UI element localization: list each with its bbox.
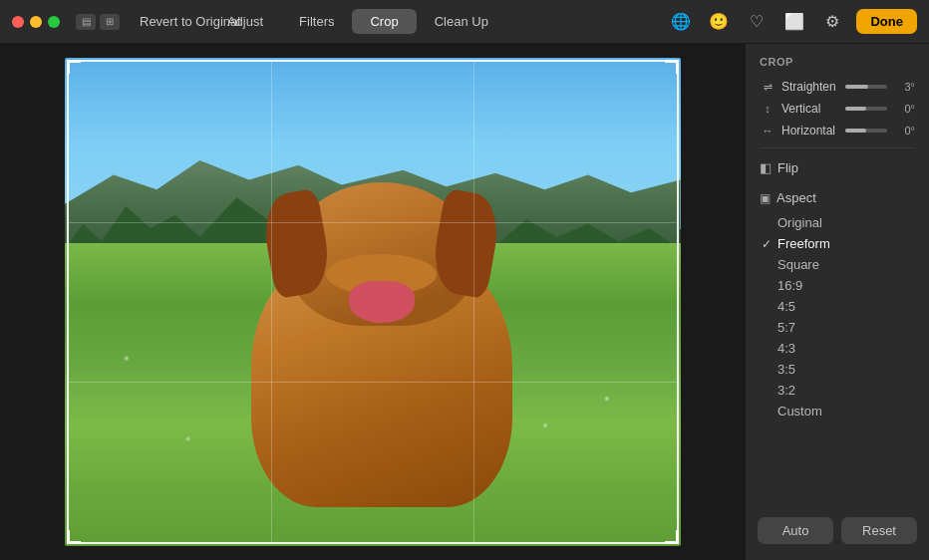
globe-icon[interactable]: 🌐	[667, 8, 695, 36]
aspect-item-4-3[interactable]: 4:3	[746, 338, 929, 359]
tab-cleanup[interactable]: Clean Up	[417, 9, 506, 34]
vertical-icon: ↕	[760, 103, 775, 115]
titlebar: ▤ ⊞ Revert to Original Adjust Filters Cr…	[0, 0, 929, 44]
photo	[65, 58, 681, 546]
vertical-track[interactable]	[845, 107, 887, 111]
right-panel: CROP ⇌ Straighten 3° ↕ Vertical 0° ↔ Hor…	[745, 44, 929, 560]
titlebar-right: 🌐 🙂 ♡ ⬜ ⚙ Done	[667, 8, 917, 36]
straighten-label: Straighten	[781, 80, 839, 94]
tab-adjust[interactable]: Adjust	[209, 9, 281, 34]
aspect-title: Aspect	[776, 190, 816, 205]
aspect-header[interactable]: ▣ Aspect	[746, 185, 929, 210]
view-toggle[interactable]: ⊞	[100, 14, 120, 30]
aspect-icon: ▣	[760, 191, 771, 205]
horizontal-label: Horizontal	[781, 124, 839, 138]
done-button[interactable]: Done	[856, 9, 917, 34]
horizontal-row: ↔ Horizontal 0°	[746, 120, 929, 141]
aspect-item-4-5[interactable]: 4:5	[746, 296, 929, 317]
checkmark-icon: ✓	[762, 237, 772, 251]
aspect-item-3-5[interactable]: 3:5	[746, 359, 929, 380]
tab-filters[interactable]: Filters	[281, 9, 352, 34]
straighten-value: 3°	[893, 81, 915, 93]
aspect-item-freeform[interactable]: ✓ Freeform	[746, 233, 929, 254]
horizontal-value: 0°	[893, 125, 915, 137]
dog-silhouette	[218, 165, 545, 507]
flip-label: Flip	[777, 160, 798, 175]
sidebar-toggle[interactable]: ▤	[76, 14, 96, 30]
panel-bottom: Auto Reset	[746, 509, 929, 550]
vertical-row: ↕ Vertical 0°	[746, 98, 929, 120]
emoji-icon[interactable]: 🙂	[705, 8, 733, 36]
traffic-lights	[12, 16, 60, 28]
aspect-item-3-2[interactable]: 3:2	[746, 380, 929, 401]
auto-button[interactable]: Auto	[758, 517, 833, 544]
aspect-item-16-9[interactable]: 16:9	[746, 275, 929, 296]
maximize-button[interactable]	[48, 16, 60, 28]
flip-icon: ◧	[760, 160, 772, 175]
photo-container	[65, 58, 681, 546]
straighten-row: ⇌ Straighten 3°	[746, 76, 929, 98]
nav-tabs: Adjust Filters Crop Clean Up	[209, 9, 506, 34]
vertical-value: 0°	[893, 103, 915, 115]
aspect-section: ▣ Aspect Original ✓ Freeform Square 16:9	[746, 181, 929, 427]
photo-area	[0, 44, 745, 560]
share-icon[interactable]: ⬜	[780, 8, 808, 36]
reset-button[interactable]: Reset	[841, 517, 917, 544]
more-icon[interactable]: ⚙	[818, 8, 846, 36]
window-controls: ▤ ⊞	[76, 14, 120, 30]
main-content: CROP ⇌ Straighten 3° ↕ Vertical 0° ↔ Hor…	[0, 44, 929, 560]
aspect-item-5-7[interactable]: 5:7	[746, 317, 929, 338]
straighten-icon: ⇌	[760, 81, 775, 94]
heart-icon[interactable]: ♡	[743, 8, 771, 36]
flip-row[interactable]: ◧ Flip	[746, 154, 929, 181]
aspect-item-original[interactable]: Original	[746, 212, 929, 233]
aspect-item-custom[interactable]: Custom	[746, 401, 929, 421]
tab-crop[interactable]: Crop	[352, 9, 416, 34]
horizontal-track[interactable]	[845, 129, 887, 133]
minimize-button[interactable]	[30, 16, 42, 28]
panel-title: CROP	[746, 56, 929, 76]
dog-photo	[65, 58, 681, 546]
vertical-label: Vertical	[781, 102, 839, 116]
close-button[interactable]	[12, 16, 24, 28]
divider-1	[760, 147, 915, 148]
horizontal-icon: ↔	[760, 125, 775, 137]
straighten-track[interactable]	[845, 85, 887, 89]
aspect-item-square[interactable]: Square	[746, 254, 929, 275]
aspect-items: Original ✓ Freeform Square 16:9 4:5 5:7	[746, 210, 929, 423]
